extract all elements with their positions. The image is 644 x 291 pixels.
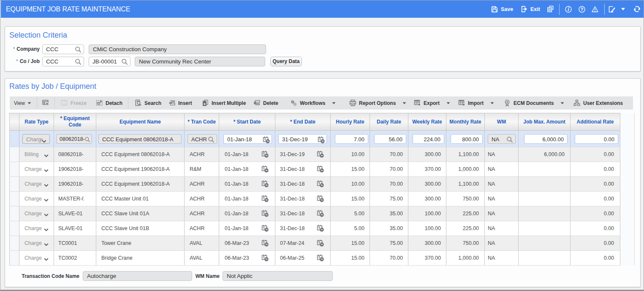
svg-text:i: i <box>568 6 569 12</box>
svg-text:?: ? <box>580 7 583 12</box>
